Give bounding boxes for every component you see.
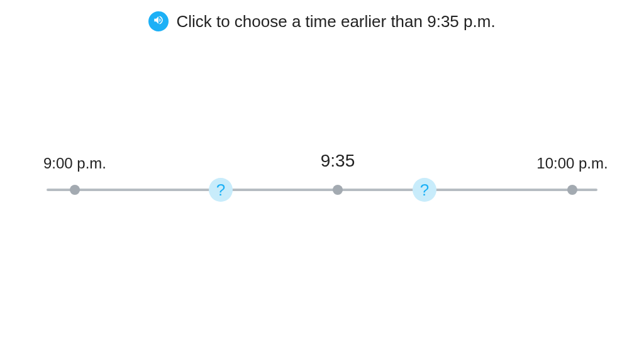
choice-later[interactable]: ?: [413, 178, 436, 202]
speaker-icon: [153, 14, 164, 28]
audio-play-button[interactable]: [148, 11, 169, 31]
timeline-tick-reference: [333, 185, 343, 195]
timeline-tick-end: [567, 185, 577, 195]
timeline-label-start: 9:00 p.m.: [43, 155, 106, 172]
timeline-label-reference: 9:35: [321, 151, 355, 171]
timeline-axis: [47, 189, 597, 191]
choice-earlier[interactable]: ?: [209, 178, 233, 202]
timeline-tick-start: [70, 185, 80, 195]
prompt-text: Click to choose a time earlier than 9:35…: [176, 12, 495, 31]
prompt-row: Click to choose a time earlier than 9:35…: [0, 0, 644, 31]
timeline-label-end: 10:00 p.m.: [536, 155, 608, 172]
